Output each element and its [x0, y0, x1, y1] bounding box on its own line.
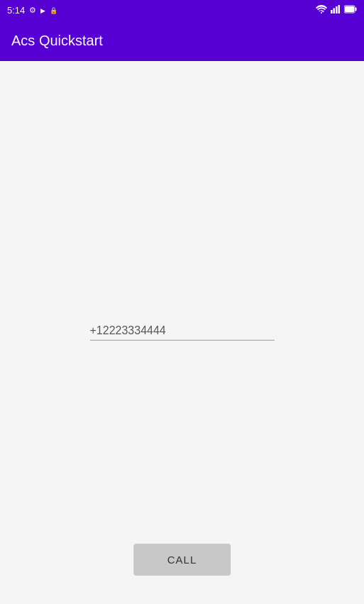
gear-icon	[29, 6, 36, 15]
status-bar: 5:14	[0, 0, 364, 20]
call-button[interactable]: CALL	[133, 544, 231, 576]
app-title: Acs Quickstart	[11, 33, 103, 49]
play-icon	[40, 6, 45, 14]
svg-rect-6	[345, 6, 354, 12]
app-bar: Acs Quickstart	[0, 20, 364, 61]
call-button-container: CALL	[133, 544, 231, 576]
wifi-icon	[316, 5, 327, 15]
main-content: CALL	[0, 61, 364, 604]
svg-rect-2	[336, 6, 338, 13]
battery-icon	[344, 5, 357, 15]
svg-rect-5	[355, 8, 357, 11]
lock-icon	[50, 6, 57, 14]
svg-rect-1	[333, 9, 336, 14]
signal-icon	[331, 5, 341, 15]
svg-rect-0	[331, 10, 333, 13]
status-time: 5:14	[7, 5, 25, 16]
status-bar-left: 5:14	[7, 5, 57, 16]
svg-rect-3	[338, 5, 341, 13]
phone-input-container	[90, 321, 275, 340]
status-bar-right	[316, 5, 357, 15]
phone-input[interactable]	[90, 321, 275, 340]
